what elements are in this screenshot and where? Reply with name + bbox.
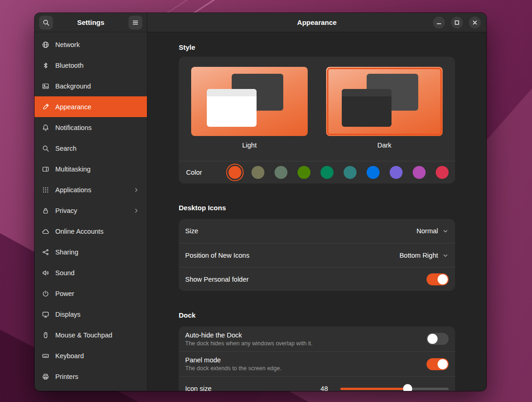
- row-texts: Panel mode The dock extends to the scree…: [185, 356, 281, 372]
- sidebar-item-notifications[interactable]: Notifications: [35, 117, 147, 138]
- section-title-dock: Dock: [179, 311, 455, 319]
- sidebar-item-displays[interactable]: Displays: [35, 304, 147, 325]
- cloud-icon: [42, 228, 49, 235]
- display-icon: [42, 311, 49, 318]
- chevron-right-icon: [133, 207, 140, 214]
- icon-size-row[interactable]: Icon size 48: [179, 376, 455, 391]
- sidebar-item-bluetooth[interactable]: Bluetooth: [35, 55, 147, 76]
- sidebar-item-label: Network: [55, 41, 80, 48]
- sidebar-item-keyboard[interactable]: Keyboard: [35, 345, 147, 366]
- color-swatch-olive[interactable]: [298, 166, 310, 179]
- sidebar-item-sharing[interactable]: Sharing: [35, 242, 147, 262]
- speaker-icon: [42, 269, 49, 277]
- theme-option-light[interactable]: Light: [191, 67, 308, 149]
- sidebar-item-background[interactable]: Background: [35, 76, 147, 96]
- close-button[interactable]: [469, 17, 481, 29]
- sidebar-item-sound[interactable]: Sound: [35, 262, 147, 283]
- sidebar-item-label: Applications: [55, 186, 91, 194]
- color-swatch-prussian-green[interactable]: [344, 166, 357, 179]
- icon-size-slider[interactable]: [340, 384, 449, 391]
- theme-option-dark[interactable]: Dark: [326, 67, 443, 149]
- sidebar-item-label: Bluetooth: [55, 62, 83, 69]
- color-swatch-sage[interactable]: [275, 166, 287, 179]
- sidebar-item-label: Sound: [55, 269, 75, 277]
- sidebar-item-privacy[interactable]: Privacy: [35, 200, 147, 221]
- slider-fill: [340, 388, 408, 390]
- show-personal-folder-row[interactable]: Show Personal folder: [179, 267, 455, 291]
- scroll-content[interactable]: Style Light Dar: [147, 32, 486, 391]
- panel-mode-toggle[interactable]: [427, 358, 449, 370]
- color-label: Color: [185, 169, 202, 176]
- sidebar-item-label: Multitasking: [55, 166, 91, 173]
- sidebar-header: Settings: [35, 13, 147, 32]
- sidebar-item-label: Notifications: [55, 124, 92, 131]
- accent-color-row: Color: [179, 161, 455, 183]
- color-swatch-orange[interactable]: [228, 166, 241, 179]
- dropdown-value: Bottom Right: [399, 252, 438, 259]
- network-icon: [42, 41, 49, 48]
- power-icon: [42, 290, 49, 297]
- theme-label: Light: [191, 142, 308, 149]
- search-button[interactable]: [39, 16, 53, 30]
- sidebar-item-power[interactable]: Power: [35, 283, 147, 304]
- sidebar-item-printers[interactable]: Printers: [35, 366, 147, 387]
- color-swatch-purple[interactable]: [390, 166, 403, 179]
- show-personal-folder-toggle[interactable]: [427, 273, 449, 285]
- share-icon: [42, 248, 49, 256]
- row-label: Show Personal folder: [185, 276, 249, 283]
- size-row[interactable]: Size Normal: [179, 219, 455, 243]
- appearance-icon: [42, 103, 49, 111]
- accent-color-swatches: [228, 166, 449, 179]
- page-title: Appearance: [297, 18, 337, 26]
- sidebar-item-label: Keyboard: [55, 352, 84, 360]
- theme-dark-preview: [326, 67, 443, 136]
- sidebar-item-applications[interactable]: Applications: [35, 179, 147, 200]
- close-icon: [471, 19, 479, 26]
- auto-hide-dock-toggle[interactable]: [427, 333, 449, 345]
- style-card: Light Dark Color: [179, 57, 455, 183]
- sidebar-item-multitasking[interactable]: Multitasking: [35, 159, 147, 179]
- size-dropdown[interactable]: Normal: [416, 227, 449, 235]
- sidebar-item-online-accounts[interactable]: Online Accounts: [35, 221, 147, 242]
- maximize-button[interactable]: [451, 17, 463, 29]
- sidebar-item-mouse-touchpad[interactable]: Mouse & Touchpad: [35, 325, 147, 345]
- sidebar-item-search[interactable]: Search: [35, 138, 147, 159]
- sidebar-item-label: Privacy: [55, 207, 77, 214]
- color-swatch-red[interactable]: [436, 166, 449, 179]
- color-swatch-viridian[interactable]: [321, 166, 333, 179]
- settings-window: Settings Network Bluetooth Background Ap…: [35, 13, 486, 391]
- sidebar-item-label: Background: [55, 83, 91, 90]
- chevron-down-icon: [442, 252, 449, 259]
- window-controls: [433, 13, 481, 32]
- main-pane: Appearance Style: [147, 13, 486, 391]
- minimize-button[interactable]: [433, 17, 445, 29]
- color-swatch-blue[interactable]: [367, 166, 380, 179]
- row-label: Auto-hide the Dock: [185, 331, 313, 339]
- sidebar-item-label: Appearance: [55, 103, 91, 111]
- dropdown-value: Normal: [416, 227, 438, 235]
- row-label: Icon size: [185, 385, 211, 391]
- position-dropdown[interactable]: Bottom Right: [399, 252, 449, 259]
- sidebar-item-network[interactable]: Network: [35, 34, 147, 55]
- slider-knob[interactable]: [403, 384, 412, 391]
- chevron-down-icon: [442, 228, 449, 234]
- sidebar-item-appearance[interactable]: Appearance: [35, 96, 147, 117]
- panel-mode-row[interactable]: Panel mode The dock extends to the scree…: [179, 351, 455, 376]
- search-icon: [42, 19, 50, 26]
- sidebar-item-label: Mouse & Touchpad: [55, 331, 112, 339]
- section-title-style: Style: [179, 43, 455, 51]
- background-icon: [42, 83, 49, 90]
- color-swatch-magenta[interactable]: [413, 166, 426, 179]
- sidebar-item-label: Search: [55, 145, 76, 152]
- chevron-right-icon: [133, 187, 140, 193]
- row-label: Panel mode: [185, 356, 281, 364]
- main-menu-button[interactable]: [129, 16, 142, 30]
- color-swatch-bark[interactable]: [251, 166, 264, 179]
- row-label: Size: [185, 227, 198, 235]
- auto-hide-dock-row[interactable]: Auto-hide the Dock The dock hides when a…: [179, 326, 455, 351]
- main-headerbar: Appearance: [147, 13, 486, 32]
- preview-back-window: [367, 74, 418, 111]
- position-of-new-icons-row[interactable]: Position of New Icons Bottom Right: [179, 243, 455, 267]
- sidebar-item-label: Printers: [55, 373, 78, 380]
- section-title-desktop-icons: Desktop Icons: [179, 204, 455, 212]
